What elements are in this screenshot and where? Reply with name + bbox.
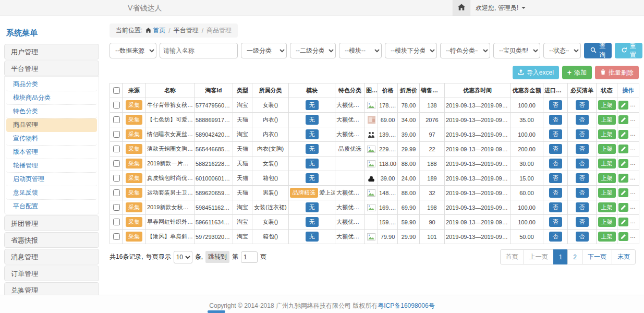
status-button[interactable]: 上架: [598, 173, 616, 183]
must-buy-toggle[interactable]: 否: [576, 217, 589, 227]
status-button[interactable]: 上架: [598, 202, 616, 212]
import-optimal-toggle[interactable]: 否: [549, 232, 562, 242]
row-checkbox[interactable]: [113, 160, 120, 167]
status-button[interactable]: 上架: [598, 217, 616, 227]
filter-select-feature-category[interactable]: --特色分类--: [440, 43, 490, 58]
sidebar-item-splash-page-management[interactable]: 启动页管理: [6, 173, 97, 186]
row-checkbox[interactable]: [113, 175, 120, 182]
module-badge[interactable]: 无: [306, 173, 319, 183]
status-button[interactable]: 上架: [598, 115, 616, 125]
filter-select-level2-category[interactable]: --二级分类--: [290, 43, 336, 58]
sidebar-group-saving-express[interactable]: 省惠快报: [4, 232, 99, 248]
row-checkbox[interactable]: [113, 131, 120, 138]
import-optimal-toggle[interactable]: 否: [549, 202, 562, 212]
breadcrumb-section[interactable]: 平台管理: [174, 26, 199, 35]
edit-button[interactable]: [618, 130, 628, 139]
edit-button[interactable]: [618, 218, 628, 226]
module-badge[interactable]: 无: [306, 144, 319, 154]
sidebar-group-order-management[interactable]: 订单管理: [4, 266, 99, 281]
page-1-button[interactable]: 1: [553, 249, 568, 264]
module-badge[interactable]: 无: [306, 217, 319, 227]
status-button[interactable]: 上架: [598, 129, 616, 139]
select-all-checkbox[interactable]: [113, 87, 120, 94]
edit-button[interactable]: [618, 115, 628, 124]
filter-select-module[interactable]: --模块--: [339, 43, 382, 58]
sidebar-item-promo-materials[interactable]: 宣传物料: [6, 132, 97, 146]
sidebar-item-goods-management[interactable]: 商品管理: [6, 118, 97, 132]
must-buy-toggle[interactable]: 否: [576, 144, 589, 154]
must-buy-toggle[interactable]: 否: [576, 100, 589, 110]
sidebar-item-carousel-management[interactable]: 轮播管理: [6, 159, 97, 173]
sidebar-group-message-management[interactable]: 消息管理: [4, 249, 99, 264]
must-buy-toggle[interactable]: 否: [576, 188, 589, 198]
must-buy-toggle[interactable]: 否: [576, 173, 589, 183]
module-badge[interactable]: 无: [306, 232, 319, 242]
status-button[interactable]: 上架: [598, 144, 616, 154]
must-buy-toggle[interactable]: 否: [576, 129, 589, 139]
user-menu[interactable]: 欢迎您, 管理员!: [470, 0, 531, 16]
sidebar-item-goods-category[interactable]: 商品分类: [6, 78, 97, 91]
import-optimal-toggle[interactable]: 否: [549, 129, 562, 139]
status-button[interactable]: 上架: [598, 188, 616, 198]
edit-button[interactable]: [618, 232, 628, 241]
sidebar-group-user-management[interactable]: 用户管理: [4, 44, 99, 59]
row-checkbox[interactable]: [113, 219, 120, 225]
sidebar-item-platform-config[interactable]: 平台配置: [6, 200, 97, 213]
must-buy-toggle[interactable]: 否: [576, 232, 589, 242]
horizontal-scrollbar-thumb[interactable]: [208, 310, 225, 313]
home-button[interactable]: [453, 0, 470, 16]
edit-button[interactable]: [618, 188, 628, 197]
row-checkbox[interactable]: [113, 146, 120, 152]
module-badge[interactable]: 无: [306, 115, 319, 125]
edit-button[interactable]: [618, 203, 628, 212]
import-optimal-toggle[interactable]: 否: [549, 188, 562, 198]
row-checkbox[interactable]: [113, 102, 120, 109]
module-badge[interactable]: 品牌精选: [290, 188, 318, 198]
row-checkbox[interactable]: [113, 204, 120, 211]
import-excel-button[interactable]: 导入excel: [513, 66, 559, 79]
query-button[interactable]: 查询: [584, 43, 612, 58]
icp-link[interactable]: 粤ICP备16098006号: [378, 302, 434, 309]
add-button[interactable]: + 添加: [562, 66, 592, 79]
status-button[interactable]: 上架: [598, 100, 616, 110]
must-buy-toggle[interactable]: 否: [576, 115, 589, 125]
import-optimal-toggle[interactable]: 否: [549, 144, 562, 154]
import-optimal-toggle[interactable]: 否: [549, 115, 562, 125]
edit-button[interactable]: [618, 159, 628, 168]
status-button[interactable]: 上架: [598, 232, 616, 242]
sidebar-item-feature-category[interactable]: 特色分类: [6, 105, 97, 118]
filter-select-level1-category[interactable]: 一级分类: [241, 43, 287, 58]
row-checkbox[interactable]: [113, 116, 120, 123]
jump-button[interactable]: 跳转到: [205, 251, 229, 263]
module-badge[interactable]: 无: [306, 159, 319, 168]
must-buy-toggle[interactable]: 否: [576, 159, 589, 168]
last-page-button[interactable]: 末页: [612, 249, 636, 264]
sidebar-item-feedback[interactable]: 意见反馈: [6, 186, 97, 200]
sidebar-item-module-goods-category[interactable]: 模块商品分类: [6, 91, 97, 105]
next-page-button[interactable]: 下一页: [582, 249, 612, 264]
filter-select-data-source[interactable]: --数据来源--: [110, 43, 156, 58]
filter-select-item-type[interactable]: --宝贝类型--: [493, 43, 540, 58]
filter-select-status[interactable]: --状态--: [543, 43, 581, 58]
import-optimal-toggle[interactable]: 否: [549, 217, 562, 227]
module-badge[interactable]: 无: [306, 202, 319, 212]
page-2-button[interactable]: 2: [567, 249, 582, 264]
sidebar-group-exchange-management[interactable]: 兑换管理: [4, 282, 99, 296]
import-optimal-toggle[interactable]: 否: [549, 173, 562, 183]
sidebar-group-group-buy-management[interactable]: 拼团管理: [4, 215, 99, 231]
edit-button[interactable]: [618, 101, 628, 110]
batch-delete-button[interactable]: 批量删除: [595, 66, 639, 79]
sidebar-item-version-management[interactable]: 版本管理: [6, 146, 97, 159]
import-optimal-toggle[interactable]: 否: [549, 159, 562, 168]
reset-button[interactable]: 重置: [615, 43, 642, 58]
must-buy-toggle[interactable]: 否: [576, 202, 589, 212]
module-badge[interactable]: 无: [306, 100, 319, 110]
edit-button[interactable]: [618, 145, 628, 153]
edit-button[interactable]: [618, 174, 628, 183]
filter-select-module-subcategory[interactable]: --模块下分类--: [385, 43, 437, 58]
module-badge[interactable]: 无: [306, 129, 319, 139]
sidebar-group-platform-management[interactable]: 平台管理: [4, 61, 99, 76]
import-optimal-toggle[interactable]: 否: [549, 100, 562, 110]
status-button[interactable]: 上架: [598, 159, 616, 168]
per-page-select[interactable]: 10: [174, 251, 192, 263]
